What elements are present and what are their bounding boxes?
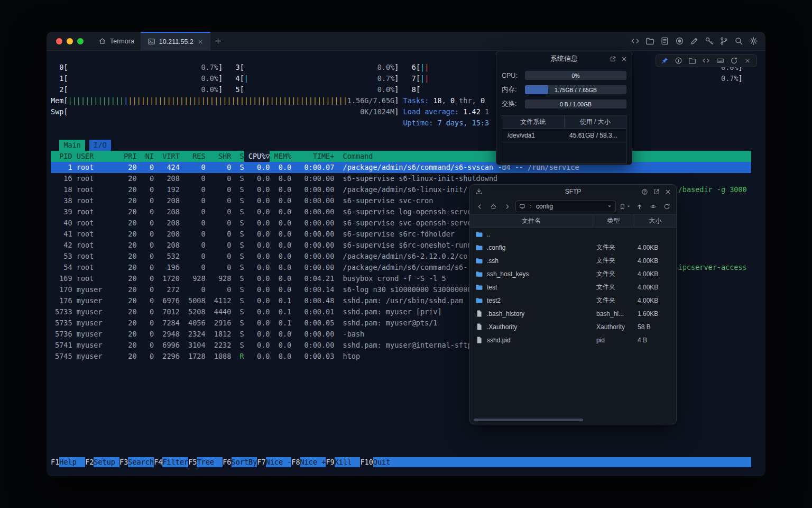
- refresh-button[interactable]: [661, 201, 672, 212]
- col-header-filename[interactable]: 文件名: [470, 215, 593, 227]
- fn-action-f10[interactable]: Quit: [373, 457, 751, 467]
- fn-action-f6[interactable]: SortBy: [232, 457, 257, 467]
- col-header-cpu-sort[interactable]: CPU%▽: [244, 151, 270, 162]
- col-header-user[interactable]: USER: [72, 151, 115, 162]
- show-hidden-button[interactable]: [648, 201, 658, 212]
- upload-button[interactable]: [634, 201, 644, 212]
- tab-ssh-session[interactable]: 10.211.55.2: [141, 32, 210, 50]
- open-in-window-icon[interactable]: [610, 56, 616, 62]
- search-button[interactable]: [734, 37, 743, 46]
- fn-action-f1[interactable]: Help: [59, 457, 85, 467]
- bookmark-split-button[interactable]: [619, 203, 631, 210]
- close-panel-button[interactable]: [744, 57, 752, 65]
- keyboard-button[interactable]: [716, 57, 724, 65]
- col-header-filesystem: 文件系统: [502, 115, 565, 128]
- process-row[interactable]: 1root20042400S0.00.00:00.07/package/admi…: [51, 162, 751, 173]
- folder-icon: [475, 270, 483, 278]
- fn-action-f3[interactable]: Search: [128, 457, 154, 467]
- sftp-file-row[interactable]: .bash_historybash_hi...1.60KB: [470, 307, 676, 320]
- fn-action-f7[interactable]: Nice -: [266, 457, 292, 467]
- horizontal-scrollbar[interactable]: [474, 419, 672, 421]
- col-header-usage: 使用 / 大小: [565, 115, 626, 128]
- col-header-shr[interactable]: SHR: [206, 151, 232, 162]
- folder-icon: [645, 37, 654, 46]
- record-icon: [675, 37, 684, 46]
- sftp-rows: ...config文件夹4.00KB.ssh文件夹4.00KBssh_host_…: [470, 228, 676, 347]
- back-button[interactable]: [474, 201, 485, 212]
- col-header-size[interactable]: 大小: [634, 215, 676, 227]
- sftp-file-row[interactable]: ssh_host_keys文件夹4.00KB: [470, 267, 676, 280]
- files-button[interactable]: [688, 57, 696, 65]
- htop-tab-main[interactable]: Main: [59, 140, 85, 151]
- pin-button[interactable]: [661, 57, 669, 65]
- reconnect-button[interactable]: [730, 57, 738, 65]
- new-tab-button[interactable]: [210, 32, 226, 50]
- col-header-time[interactable]: TIME+: [291, 151, 334, 162]
- chevron-down-icon[interactable]: [607, 204, 612, 209]
- filesystem-row[interactable]: /dev/vda1 45.61GB / 58.3...: [502, 129, 626, 142]
- zoom-window-button[interactable]: [77, 38, 84, 44]
- transfers-icon[interactable]: [475, 188, 483, 195]
- fn-key-f4: F4: [154, 457, 162, 467]
- key-icon: [705, 37, 714, 46]
- sftp-window: SFTP config: [469, 184, 677, 424]
- col-header-mem[interactable]: MEM%: [270, 151, 291, 162]
- process-row[interactable]: 16root20020800S0.00.00:00.00s6-supervise…: [51, 173, 751, 184]
- tab-termora-home[interactable]: Termora: [92, 32, 141, 50]
- fn-action-f4[interactable]: Filter: [162, 457, 188, 467]
- file-type: 文件夹: [593, 243, 634, 252]
- fn-action-f9[interactable]: Kill: [335, 457, 361, 467]
- fn-action-f5[interactable]: Tree: [197, 457, 223, 467]
- close-icon[interactable]: [665, 188, 671, 195]
- close-tab-icon[interactable]: [197, 39, 204, 45]
- sftp-file-row[interactable]: sshd.pidpid4 B: [470, 333, 676, 347]
- file-size: 4.00KB: [634, 270, 676, 278]
- key-manager-button[interactable]: [705, 37, 714, 46]
- macro-record-button[interactable]: [675, 37, 684, 46]
- forward-button[interactable]: [502, 201, 512, 212]
- settings-button[interactable]: [749, 37, 758, 46]
- file-size: 1.60KB: [634, 310, 676, 318]
- sftp-file-row[interactable]: .config文件夹4.00KB: [470, 241, 676, 254]
- snippets-button[interactable]: [702, 57, 710, 65]
- file-icon: [475, 323, 483, 331]
- code-snippets-button[interactable]: [631, 37, 640, 46]
- sftp-file-row[interactable]: ..: [470, 228, 676, 241]
- col-header-type[interactable]: 类型: [593, 215, 634, 227]
- sftp-file-row[interactable]: test文件夹4.00KB: [470, 280, 676, 294]
- fn-action-f2[interactable]: Setup: [94, 457, 119, 467]
- scrollbar-thumb[interactable]: [474, 419, 583, 421]
- fn-key-f10: F10: [360, 457, 373, 467]
- sftp-file-row[interactable]: .XauthorityXauthority58 B: [470, 320, 676, 333]
- info-button[interactable]: [675, 57, 682, 65]
- info-icon: [675, 57, 682, 65]
- fn-action-f8[interactable]: Nice +: [300, 457, 326, 467]
- path-selector[interactable]: config: [515, 201, 616, 212]
- folder-button[interactable]: [645, 37, 654, 46]
- memory-progress-text: 1.75GB / 7.65GB: [525, 85, 626, 94]
- sftp-file-row[interactable]: test2文件夹4.00KB: [470, 294, 676, 307]
- col-header-pri[interactable]: PRI: [115, 151, 137, 162]
- help-icon[interactable]: [641, 188, 648, 195]
- port-forward-button[interactable]: [719, 37, 728, 46]
- terminal-line: Swp[ 0K/1024M] Load average: 1.42 1: [51, 106, 765, 117]
- col-header-res[interactable]: RES: [180, 151, 206, 162]
- sftp-titlebar[interactable]: SFTP: [470, 185, 676, 198]
- col-header-pid[interactable]: PID: [51, 151, 72, 162]
- minimize-window-button[interactable]: [67, 38, 73, 44]
- col-header-ni[interactable]: NI: [137, 151, 154, 162]
- open-in-window-icon[interactable]: [653, 188, 660, 195]
- folder-icon: [475, 296, 483, 304]
- col-header-virt[interactable]: VIRT: [154, 151, 180, 162]
- sftp-file-row[interactable]: .ssh文件夹4.00KB: [470, 254, 676, 267]
- plus-icon: [214, 37, 222, 45]
- close-icon[interactable]: [621, 56, 628, 62]
- sftp-table-header: 文件名 类型 大小: [470, 214, 676, 228]
- col-header-state[interactable]: S: [231, 151, 244, 162]
- home-button[interactable]: [488, 201, 499, 212]
- terminal-line: 2[ 0.0%] 5[ 0.0%] 8[: [51, 84, 765, 95]
- edit-button[interactable]: [690, 37, 699, 46]
- htop-tab-io[interactable]: I/O: [89, 140, 111, 151]
- close-window-button[interactable]: [56, 38, 62, 44]
- log-button[interactable]: [660, 37, 669, 46]
